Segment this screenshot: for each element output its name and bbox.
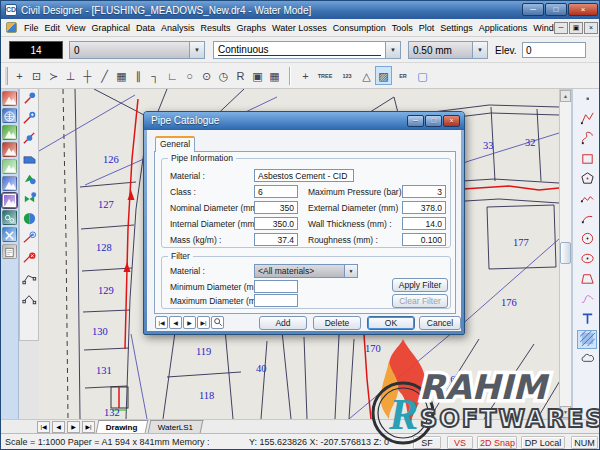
- toolbar-grip[interactable]: [5, 67, 8, 85]
- rectangle-tool-icon[interactable]: [577, 150, 597, 169]
- arc-tool-icon[interactable]: [577, 210, 597, 229]
- module-sewer-icon[interactable]: [2, 210, 17, 225]
- menu-settings[interactable]: Settings: [437, 19, 476, 37]
- max-diameter-input[interactable]: [254, 294, 298, 307]
- reservoir-icon[interactable]: [21, 151, 37, 169]
- valve-icon[interactable]: [21, 191, 37, 209]
- menu-analysis[interactable]: Analysis: [158, 19, 198, 37]
- scroll-down-icon[interactable]: ▼: [560, 406, 571, 418]
- menu-data[interactable]: Data: [133, 19, 158, 37]
- er-display-icon[interactable]: ER: [392, 66, 414, 85]
- revision-cloud-tool-icon[interactable]: [577, 350, 597, 369]
- module-terrain-icon[interactable]: [2, 159, 17, 174]
- select-node-icon[interactable]: [21, 91, 37, 109]
- polyline-tool-icon[interactable]: [577, 110, 597, 129]
- module-globe-icon[interactable]: [2, 108, 17, 123]
- tree-view-icon[interactable]: TREE: [314, 66, 336, 85]
- mdi-restore-button[interactable]: ▣: [569, 22, 583, 34]
- snap-reference-icon[interactable]: R: [232, 66, 249, 85]
- measure-b-icon[interactable]: [21, 291, 37, 309]
- snap-tangent-icon[interactable]: ≻: [45, 66, 62, 85]
- scrollbar-thumb[interactable]: [560, 242, 571, 264]
- layer-combobox[interactable]: 0▼: [69, 41, 205, 59]
- dp-local-toggle[interactable]: DP Local: [521, 436, 565, 449]
- snap-grid-icon[interactable]: ▦: [113, 66, 130, 85]
- trapezoid-tool-icon[interactable]: [577, 270, 597, 289]
- menu-consumption[interactable]: Consumption: [330, 19, 389, 37]
- copy-element-icon[interactable]: ▣: [249, 66, 266, 85]
- module-roads-red-icon[interactable]: [2, 142, 17, 157]
- dialog-close-button[interactable]: ×: [443, 115, 460, 127]
- snap-perpendicular-icon[interactable]: ⊥: [62, 66, 79, 85]
- snap-line-icon[interactable]: ╱: [96, 66, 113, 85]
- menu-plot[interactable]: Plot: [416, 19, 438, 37]
- clear-filter-button[interactable]: Clear Filter: [392, 294, 448, 308]
- chevron-down-icon[interactable]: ▼: [344, 265, 357, 277]
- ok-button[interactable]: OK: [367, 316, 415, 330]
- module-design-icon[interactable]: [2, 176, 17, 191]
- material-input[interactable]: [254, 169, 354, 182]
- insert-fitting-icon[interactable]: [21, 231, 37, 249]
- text-tool-icon[interactable]: [577, 310, 597, 329]
- menu-graphical[interactable]: Graphical: [88, 19, 133, 37]
- snap-circle-icon[interactable]: ○: [181, 66, 198, 85]
- dialog-maximize-button[interactable]: □: [425, 115, 442, 127]
- maximize-button[interactable]: □: [545, 3, 567, 16]
- tab-prev-icon[interactable]: ◀: [52, 421, 65, 433]
- tab-next-icon[interactable]: ▶: [67, 421, 80, 433]
- nav-search-button[interactable]: [211, 316, 224, 329]
- module-notes-icon[interactable]: [2, 244, 17, 259]
- nav-last-button[interactable]: ▶|: [197, 316, 210, 329]
- snap-point-icon[interactable]: +: [11, 66, 28, 85]
- minimize-button[interactable]: ─: [522, 3, 544, 16]
- menu-results[interactable]: Results: [197, 19, 233, 37]
- sheet-tab-waterls1[interactable]: WaterLS1: [147, 420, 203, 433]
- tab-last-icon[interactable]: ▶|: [82, 421, 95, 433]
- nav-previous-button[interactable]: ◀: [169, 316, 182, 329]
- menu-view[interactable]: View: [63, 19, 88, 37]
- grid-settings-icon[interactable]: ▦: [266, 66, 283, 85]
- snap-arc-icon[interactable]: ◷: [215, 66, 232, 85]
- linetype-combobox[interactable]: Continuous▼: [213, 41, 401, 59]
- snap-center-point-icon[interactable]: ⊙: [198, 66, 215, 85]
- nav-next-button[interactable]: ▶: [183, 316, 196, 329]
- lineweight-combobox[interactable]: 0.50 mm▼: [408, 41, 488, 59]
- class-input[interactable]: [254, 185, 298, 198]
- point-tool-icon[interactable]: [577, 90, 597, 109]
- wall-thickness-input[interactable]: [402, 217, 446, 230]
- hatch-tool-icon[interactable]: [577, 330, 597, 349]
- chevron-down-icon[interactable]: ▼: [385, 42, 400, 58]
- nav-first-button[interactable]: |◀: [155, 316, 168, 329]
- polygon-tool-icon[interactable]: [577, 170, 597, 189]
- snap-2d-toggle[interactable]: 2D Snap: [477, 436, 517, 449]
- scroll-up-icon[interactable]: ▲: [560, 90, 571, 102]
- delete-fitting-icon[interactable]: [21, 251, 37, 269]
- add-node-icon[interactable]: [21, 111, 37, 129]
- filter-material-combobox[interactable]: <All materials>▼: [254, 264, 358, 278]
- dialog-minimize-button[interactable]: ─: [407, 115, 424, 127]
- mdi-close-button[interactable]: ×: [584, 22, 598, 34]
- vs-toggle[interactable]: VS: [447, 436, 473, 449]
- add-button[interactable]: Add: [259, 316, 307, 330]
- screen-refresh-icon[interactable]: ▢: [414, 66, 431, 85]
- close-button[interactable]: ×: [568, 3, 598, 16]
- max-pressure-input[interactable]: [402, 185, 446, 198]
- chevron-down-icon[interactable]: ▼: [189, 42, 204, 58]
- roughness-input[interactable]: [402, 233, 446, 246]
- spline-tool-icon[interactable]: [577, 130, 597, 149]
- snap-right-angle-icon[interactable]: ∟: [164, 66, 181, 85]
- sheet-tab-drawing[interactable]: Drawing: [96, 420, 148, 433]
- menu-edit[interactable]: Edit: [42, 19, 64, 37]
- tab-general[interactable]: General: [155, 136, 195, 152]
- chevron-down-icon[interactable]: ▼: [472, 42, 487, 58]
- delete-button[interactable]: Delete: [313, 316, 361, 330]
- menu-tools[interactable]: Tools: [389, 19, 416, 37]
- module-roads-green-icon[interactable]: [2, 125, 17, 140]
- menu-file[interactable]: File: [21, 19, 42, 37]
- snap-parallel-icon[interactable]: ∥: [130, 66, 147, 85]
- tab-first-icon[interactable]: |◀: [37, 421, 50, 433]
- elevation-input[interactable]: [522, 42, 586, 58]
- module-survey-icon[interactable]: [2, 91, 17, 106]
- module-tools-icon[interactable]: [2, 227, 17, 242]
- snap-corner-icon[interactable]: ┐: [147, 66, 164, 85]
